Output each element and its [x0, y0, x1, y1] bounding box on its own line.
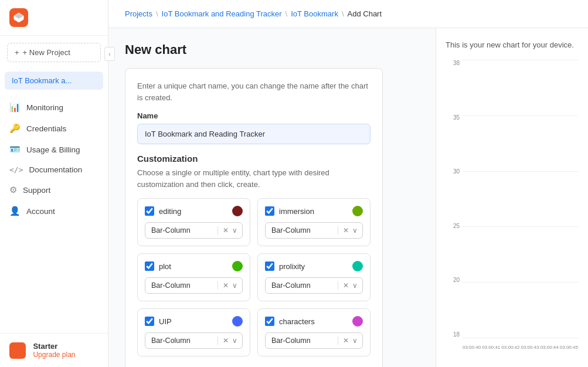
entity-select-actions-editing: ✕ ∨	[217, 226, 242, 235]
entity-arrow-icon-characters[interactable]: ∨	[351, 337, 359, 345]
form-desc: Enter a unique chart name, you can chang…	[137, 80, 371, 103]
breadcrumb-device[interactable]: IoT Bookmark	[291, 9, 338, 18]
entity-clear-icon-UIP[interactable]: ✕	[222, 337, 230, 345]
y-label: 20	[453, 277, 460, 283]
entities-grid: editing Bar-Column ✕ ∨ immersion Bar-Col…	[137, 198, 371, 356]
entity-arrow-icon-prolixity[interactable]: ∨	[351, 281, 359, 290]
bars-area	[462, 60, 579, 338]
chart-name-input[interactable]	[137, 124, 371, 144]
y-label: 25	[453, 223, 460, 229]
breadcrumb-current: Add Chart	[348, 9, 382, 18]
breadcrumb-projects[interactable]: Projects	[125, 9, 152, 18]
entity-name-prolixity: prolixity	[279, 262, 348, 271]
entity-select-actions-UIP: ✕ ∨	[217, 337, 242, 345]
entity-select-prolixity[interactable]: Bar-Column ✕ ∨	[265, 277, 363, 294]
entity-select-actions-prolixity: ✕ ∨	[338, 281, 362, 290]
entity-clear-icon-plot[interactable]: ✕	[222, 281, 230, 290]
content-area: New chart Enter a unique chart name, you…	[108, 28, 588, 367]
sidebar-item-support[interactable]: ⚙ Support	[0, 179, 108, 201]
x-label: 03:00:45	[560, 345, 578, 350]
new-project-label: + New Project	[23, 48, 70, 57]
sidebar-item-usage-billing[interactable]: 🪪 Usage & Billing	[0, 139, 108, 160]
breadcrumb-sep-2: \	[285, 9, 288, 18]
entity-card-characters: characters Bar-Column ✕ ∨	[257, 308, 371, 356]
monitoring-icon: 📊	[9, 102, 21, 113]
entity-clear-icon-prolixity[interactable]: ✕	[342, 281, 350, 290]
entity-clear-icon-characters[interactable]: ✕	[342, 337, 350, 345]
chart-area: 38353025201803:00:4003:00:4103:00:4203:0…	[446, 60, 579, 355]
sidebar: + + New Project IoT Bookmark a... 📊 Moni…	[0, 0, 108, 367]
entity-arrow-icon-plot[interactable]: ∨	[231, 281, 239, 290]
entity-checkbox-immersion[interactable]	[265, 206, 274, 216]
entity-chart-type-UIP: Bar-Column	[145, 333, 217, 348]
entity-checkbox-UIP[interactable]	[145, 317, 154, 326]
customization-title: Customization	[137, 154, 371, 164]
entity-chart-type-immersion: Bar-Column	[266, 223, 338, 238]
entity-arrow-icon-editing[interactable]: ∨	[231, 226, 239, 235]
y-label: 18	[453, 331, 460, 338]
account-icon: 👤	[9, 206, 21, 216]
entity-dot-editing	[232, 206, 243, 216]
entity-name-UIP: UIP	[159, 317, 227, 326]
x-label: 03:00:42	[501, 345, 519, 350]
entity-clear-icon-editing[interactable]: ✕	[222, 226, 230, 235]
entity-dot-prolixity	[352, 261, 363, 271]
name-label: Name	[137, 111, 371, 120]
chart-preview-desc: This is your new chart for your device.	[446, 40, 579, 50]
plus-icon: +	[15, 48, 19, 57]
active-project-item[interactable]: IoT Bookmark a...	[5, 72, 103, 90]
form-card: Enter a unique chart name, you can chang…	[125, 68, 383, 367]
entity-clear-icon-immersion[interactable]: ✕	[342, 226, 350, 235]
y-label: 38	[453, 60, 460, 66]
entity-select-plot[interactable]: Bar-Column ✕ ∨	[145, 277, 243, 294]
entity-arrow-icon-UIP[interactable]: ∨	[231, 337, 239, 345]
breadcrumb-sep-1: \	[156, 9, 158, 18]
sidebar-item-documentation[interactable]: </> Documentation	[0, 160, 108, 179]
sidebar-item-monitoring[interactable]: 📊 Monitoring	[0, 97, 108, 118]
x-axis: 03:00:4003:00:4103:00:4203:00:4303:00:44…	[462, 339, 579, 355]
app-logo-icon	[9, 8, 28, 27]
entity-checkbox-editing[interactable]	[145, 206, 154, 216]
entity-card-prolixity: prolixity Bar-Column ✕ ∨	[257, 253, 371, 301]
entity-header-plot: plot	[145, 261, 243, 271]
entity-select-immersion[interactable]: Bar-Column ✕ ∨	[265, 222, 363, 239]
bars-container	[462, 60, 579, 338]
left-panel: New chart Enter a unique chart name, you…	[108, 28, 436, 367]
entity-checkbox-plot[interactable]	[145, 261, 154, 271]
x-label: 03:00:40	[463, 345, 481, 350]
chart-preview-panel: This is your new chart for your device. …	[436, 28, 588, 367]
y-label: 30	[453, 168, 460, 175]
entity-card-immersion: immersion Bar-Column ✕ ∨	[257, 198, 371, 246]
breadcrumb-project[interactable]: IoT Bookmark and Reading Tracker	[162, 9, 282, 18]
sidebar-toggle-button[interactable]: ‹	[104, 47, 115, 61]
y-axis: 383530252018	[446, 60, 462, 338]
entity-dot-immersion	[352, 206, 363, 216]
entity-select-actions-characters: ✕ ∨	[338, 337, 362, 345]
entity-name-plot: plot	[159, 262, 227, 271]
sidebar-item-account[interactable]: 👤 Account	[0, 201, 108, 222]
entity-header-editing: editing	[145, 206, 243, 216]
entity-chart-type-prolixity: Bar-Column	[266, 278, 338, 293]
new-project-button[interactable]: + + New Project	[7, 43, 101, 62]
entity-header-characters: characters	[265, 316, 363, 327]
upgrade-link[interactable]: Upgrade plan	[33, 351, 75, 359]
y-label: 35	[453, 114, 460, 121]
entity-select-editing[interactable]: Bar-Column ✕ ∨	[145, 222, 243, 239]
entity-checkbox-prolixity[interactable]	[265, 261, 274, 271]
entity-select-UIP[interactable]: Bar-Column ✕ ∨	[145, 332, 243, 349]
sidebar-item-label: Monitoring	[26, 103, 63, 112]
entity-checkbox-characters[interactable]	[265, 317, 274, 326]
support-icon: ⚙	[9, 185, 17, 195]
page-title: New chart	[125, 42, 419, 57]
entity-dot-characters	[352, 316, 363, 327]
entity-card-plot: plot Bar-Column ✕ ∨	[137, 253, 250, 301]
entity-select-characters[interactable]: Bar-Column ✕ ∨	[265, 332, 363, 349]
x-label: 03:00:43	[521, 345, 539, 350]
sidebar-item-credentials[interactable]: 🔑 Credentials	[0, 118, 108, 139]
entity-card-UIP: UIP Bar-Column ✕ ∨	[137, 308, 250, 356]
sidebar-nav: 📊 Monitoring 🔑 Credentials 🪪 Usage & Bil…	[0, 97, 108, 333]
entity-name-characters: characters	[279, 317, 348, 326]
entity-arrow-icon-immersion[interactable]: ∨	[351, 226, 359, 235]
entity-name-editing: editing	[159, 207, 227, 216]
entity-chart-type-editing: Bar-Column	[145, 223, 217, 238]
